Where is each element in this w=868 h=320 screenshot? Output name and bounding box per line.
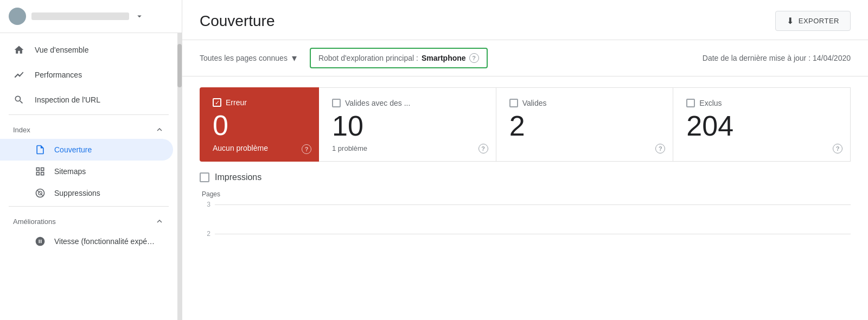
sidebar-item-performances[interactable]: Performances [0, 62, 173, 87]
impressions-checkbox[interactable] [200, 172, 209, 182]
sidebar-label-vitesse: Vitesse (fonctionnalité expé… [54, 237, 155, 246]
sidebar: Vue d'ensemble Performances Inspection d… [0, 0, 182, 320]
sidebar-scrollbar[interactable] [177, 33, 182, 320]
card-exclus-help-icon[interactable]: ? [833, 144, 843, 153]
card-valides-avec-label: Valides avec des ... [345, 99, 410, 107]
card-erreur-header: ✓ Erreur [213, 98, 306, 107]
card-valides-help-icon[interactable]: ? [655, 144, 665, 153]
card-valides-avec-subtitle: 1 problème [332, 144, 483, 152]
card-valides-header: Valides [509, 99, 660, 107]
card-valides: Valides 2 ? [496, 87, 674, 162]
filter-bar: Toutes les pages connues ▾ Robot d'explo… [182, 40, 868, 76]
sidebar-label-inspection-url: Inspection de l'URL [35, 95, 100, 104]
robot-help-icon[interactable]: ? [469, 53, 479, 63]
svg-line-1 [37, 190, 43, 196]
card-erreur-help-icon[interactable]: ? [302, 144, 311, 154]
card-erreur-subtitle: Aucun problème [213, 144, 306, 152]
date-label: Date de la dernière mise à jour : [703, 54, 810, 62]
export-button[interactable]: ⬇ EXPORTER [775, 11, 851, 31]
sidebar-item-couverture[interactable]: Couverture [0, 139, 173, 161]
ameliorations-section-label: Améliorations [13, 217, 56, 226]
pages-filter-dropdown[interactable]: Toutes les pages connues ▾ [200, 52, 297, 64]
couverture-icon [35, 144, 46, 155]
card-exclus-checkbox[interactable] [686, 99, 695, 107]
card-valides-label: Valides [522, 99, 547, 107]
card-erreur-checkbox[interactable]: ✓ [213, 98, 221, 107]
account-row[interactable] [0, 0, 182, 33]
pages-filter-label: Toutes les pages connues [200, 54, 288, 62]
chart-y-value-3: 3 [200, 201, 210, 208]
card-valides-avec: Valides avec des ... 10 1 problème ? [319, 87, 496, 162]
card-exclus-header: Exclus [686, 99, 837, 107]
chart-line-3: 3 [200, 201, 851, 208]
sidebar-label-sitemaps: Sitemaps [54, 167, 86, 176]
chart-grid-line-2 [215, 234, 851, 234]
sidebar-scrollbar-thumb [177, 44, 182, 87]
page-header: Couverture ⬇ EXPORTER [182, 0, 868, 40]
trend-icon [13, 69, 25, 81]
search-icon [13, 94, 25, 106]
index-collapse-icon [155, 125, 164, 135]
date-value: 14/04/2020 [813, 54, 851, 62]
chart-grid-line-3 [215, 204, 851, 205]
vitesse-icon [35, 236, 46, 247]
coverage-cards: ✓ Erreur 0 Aucun problème ? Valides avec… [182, 76, 868, 162]
main-content: Couverture ⬇ EXPORTER Toutes les pages c… [182, 0, 868, 320]
page-title: Couverture [200, 12, 275, 30]
export-label: EXPORTER [799, 17, 839, 25]
card-erreur-count: 0 [213, 111, 306, 139]
ameliorations-collapse-icon [155, 216, 164, 226]
card-valides-count: 2 [509, 112, 660, 140]
card-erreur: ✓ Erreur 0 Aucun problème ? [200, 87, 319, 162]
card-exclus: Exclus 204 ? [673, 87, 851, 162]
robot-filter-value: Smartphone [422, 54, 466, 62]
sidebar-label-suppressions: Suppressions [54, 189, 100, 197]
impressions-section: Impressions Pages 3 2 [182, 162, 868, 238]
chart-area: Pages 3 2 [200, 189, 851, 238]
account-name [31, 12, 129, 20]
impressions-header: Impressions [200, 172, 851, 182]
card-exclus-label: Exclus [699, 99, 722, 107]
account-chevron-icon[interactable] [135, 11, 144, 21]
home-icon [13, 44, 25, 56]
sidebar-navigation: Vue d'ensemble Performances Inspection d… [0, 33, 177, 320]
impressions-label: Impressions [215, 172, 261, 182]
card-valides-avec-checkbox[interactable] [332, 99, 341, 107]
chart-y-value-2: 2 [200, 230, 210, 238]
account-avatar [9, 8, 26, 25]
sidebar-item-inspection-url[interactable]: Inspection de l'URL [0, 87, 173, 112]
sitemaps-icon [35, 166, 46, 177]
date-info: Date de la dernière mise à jour : 14/04/… [703, 54, 851, 62]
download-icon: ⬇ [787, 16, 794, 26]
sidebar-label-performances: Performances [35, 71, 82, 79]
dropdown-chevron-icon: ▾ [292, 52, 297, 64]
index-section-label: Index [13, 126, 30, 134]
card-valides-avec-header: Valides avec des ... [332, 99, 483, 107]
index-section-header[interactable]: Index [0, 117, 177, 139]
chart-line-2: 2 [200, 230, 851, 238]
sidebar-item-sitemaps[interactable]: Sitemaps [0, 161, 173, 182]
sidebar-item-vitesse[interactable]: Vitesse (fonctionnalité expé… [0, 231, 173, 252]
card-valides-avec-help-icon[interactable]: ? [478, 144, 488, 153]
card-erreur-label: Erreur [226, 98, 247, 107]
suppressions-icon [35, 188, 46, 199]
sidebar-label-vue-ensemble: Vue d'ensemble [35, 46, 88, 54]
sidebar-label-couverture: Couverture [54, 145, 92, 154]
sidebar-item-suppressions[interactable]: Suppressions [0, 182, 173, 204]
robot-filter[interactable]: Robot d'exploration principal : Smartpho… [310, 48, 488, 68]
card-exclus-count: 204 [686, 112, 837, 140]
ameliorations-section-header[interactable]: Améliorations [0, 209, 177, 231]
sidebar-item-vue-ensemble[interactable]: Vue d'ensemble [0, 37, 173, 62]
robot-filter-label: Robot d'exploration principal : [318, 54, 418, 62]
card-valides-checkbox[interactable] [509, 99, 518, 107]
chart-y-axis-label: Pages [202, 190, 220, 198]
card-valides-avec-count: 10 [332, 112, 483, 140]
